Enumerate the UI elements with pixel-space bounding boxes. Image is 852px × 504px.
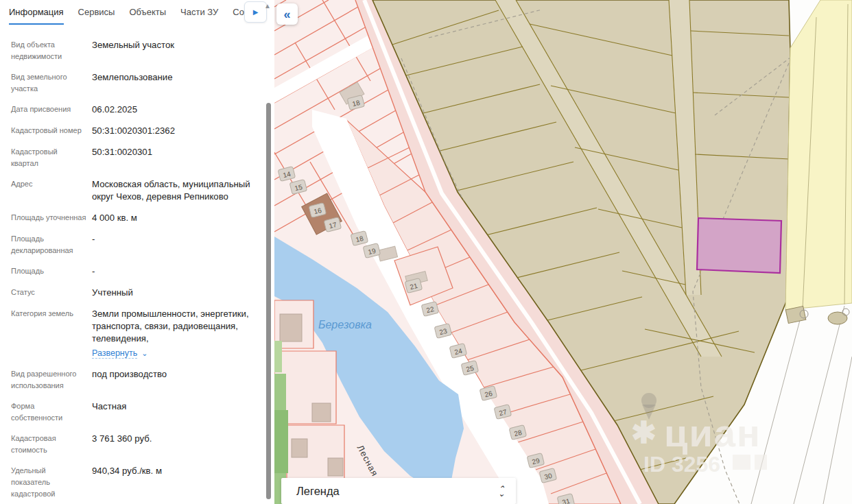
field-list: Вид объекта недвижимостиЗемельный участо… bbox=[0, 23, 274, 504]
field-value: Земли промышленности, энергетики, трансп… bbox=[92, 308, 254, 359]
expand-link[interactable]: Развернуть bbox=[92, 348, 137, 359]
panel-scrollbar[interactable] bbox=[266, 103, 271, 499]
expand-row: Развернуть⌄ bbox=[92, 347, 254, 359]
field-value: - bbox=[92, 265, 254, 278]
field-label: Категория земель bbox=[11, 308, 92, 359]
field-label: Кадастровый квартал bbox=[11, 146, 92, 169]
collapse-panel-button[interactable]: « bbox=[276, 3, 298, 25]
field-value: под производство bbox=[92, 368, 254, 392]
field-value: 50:31:0020301 bbox=[92, 146, 254, 169]
field-row: Кадастровый номер50:31:0020301:2362 bbox=[11, 125, 254, 137]
scroll-top-icon[interactable]: ▲ bbox=[264, 2, 271, 10]
field-label: Кадастровый номер bbox=[11, 125, 92, 137]
field-label: Вид земельного участка bbox=[11, 71, 92, 95]
play-arrow-icon: ▶ bbox=[253, 8, 259, 16]
field-label: Вид объекта недвижимости bbox=[11, 39, 92, 62]
field-value: Частная bbox=[92, 400, 254, 424]
field-label: Адрес bbox=[11, 178, 92, 203]
cadastral-app: Информация Сервисы Объекты Части ЗУ Сост… bbox=[0, 0, 852, 504]
legend-bar[interactable]: Легенда ⌃ ⌄ bbox=[281, 478, 516, 504]
water-label: Березовка bbox=[318, 319, 372, 331]
field-value: Землепользование bbox=[92, 71, 254, 95]
chevron-down-icon: ⌄ bbox=[141, 349, 147, 357]
legend-title: Легенда bbox=[296, 485, 340, 498]
map-canvas[interactable]: 18 14 15 16 17 18 19 21 22 23 24 25 26 2… bbox=[274, 0, 852, 504]
small-structures bbox=[785, 307, 849, 324]
field-label: Дата присвоения bbox=[11, 104, 92, 116]
field-value: 06.02.2025 bbox=[92, 104, 254, 116]
field-row: СтатусУчтенный bbox=[11, 287, 254, 299]
field-label: Удельный показатель кадастровой стоимост… bbox=[11, 465, 92, 504]
tab-information[interactable]: Информация bbox=[9, 7, 64, 25]
field-label: Статус bbox=[11, 287, 92, 299]
tab-parcel-parts[interactable]: Части ЗУ bbox=[180, 7, 218, 25]
field-row-land-category: Категория земель Земли промышленности, э… bbox=[11, 308, 254, 359]
selected-parcel[interactable] bbox=[697, 218, 781, 273]
field-value: Земельный участок bbox=[92, 39, 254, 62]
panel-tabs: Информация Сервисы Объекты Части ЗУ Сост bbox=[0, 0, 274, 23]
cian-mark: ✱ bbox=[631, 416, 656, 449]
field-row: Кадастровый квартал50:31:0020301 bbox=[11, 146, 254, 169]
watermark-id: ID 3256 bbox=[643, 452, 720, 477]
zone-yellow-strip bbox=[785, 0, 852, 310]
field-value: 50:31:0020301:2362 bbox=[92, 125, 254, 137]
field-row: Кадастровая стоимость3 761 360 руб. bbox=[11, 433, 254, 456]
field-label: Кадастровая стоимость bbox=[11, 433, 92, 456]
field-label: Площадь уточненная bbox=[11, 212, 92, 224]
field-value: 940,34 руб./кв. м bbox=[92, 465, 254, 504]
field-value: 4 000 кв. м bbox=[92, 212, 254, 224]
field-value: 3 761 360 руб. bbox=[92, 433, 254, 456]
object-info-panel: Информация Сервисы Объекты Части ЗУ Сост… bbox=[0, 0, 274, 504]
field-value: Учтенный bbox=[92, 287, 254, 299]
field-value: Московская область, муниципальный округ … bbox=[92, 178, 254, 203]
field-row: Вид земельного участкаЗемлепользование bbox=[11, 71, 254, 95]
field-row: Форма собственностиЧастная bbox=[11, 400, 254, 424]
field-row: Удельный показатель кадастровой стоимост… bbox=[11, 465, 254, 504]
land-category-text: Земли промышленности, энергетики, трансп… bbox=[92, 309, 249, 344]
field-row: Дата присвоения06.02.2025 bbox=[11, 104, 254, 116]
double-chevron-left-icon: « bbox=[283, 8, 290, 21]
field-row: Площадь уточненная4 000 кв. м bbox=[11, 212, 254, 224]
chevron-down-icon: ⌄ bbox=[498, 492, 505, 496]
legend-toggle-icon[interactable]: ⌃ ⌄ bbox=[498, 485, 505, 496]
field-value: - bbox=[92, 233, 254, 256]
cadastral-map-svg: 18 14 15 16 17 18 19 21 22 23 24 25 26 2… bbox=[274, 0, 852, 504]
tab-services[interactable]: Сервисы bbox=[78, 7, 115, 25]
field-row: АдресМосковская область, муниципальный о… bbox=[11, 178, 254, 203]
field-row: Площадь декларированная- bbox=[11, 233, 254, 256]
field-row: Вид разрешенного использованияпод произв… bbox=[11, 368, 254, 392]
field-label: Вид разрешенного использования bbox=[11, 368, 92, 392]
field-label: Форма собственности bbox=[11, 400, 92, 424]
cian-logo-text: циан bbox=[664, 411, 761, 455]
field-row: Вид объекта недвижимостиЗемельный участо… bbox=[11, 39, 254, 62]
field-label: Площадь bbox=[11, 265, 92, 278]
field-label: Площадь декларированная bbox=[11, 233, 92, 256]
tab-objects[interactable]: Объекты bbox=[129, 7, 166, 25]
field-row: Площадь- bbox=[11, 265, 254, 278]
